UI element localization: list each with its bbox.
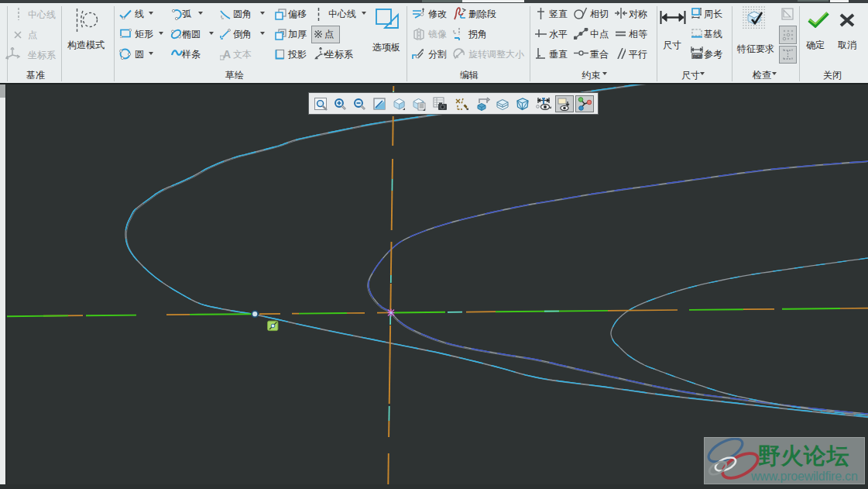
svg-text:www.proewildfire.cn: www.proewildfire.cn	[750, 470, 858, 483]
svg-text:REF: REF	[693, 54, 702, 59]
svg-text:A: A	[223, 48, 231, 60]
svg-text:野火论坛: 野火论坛	[758, 443, 849, 468]
